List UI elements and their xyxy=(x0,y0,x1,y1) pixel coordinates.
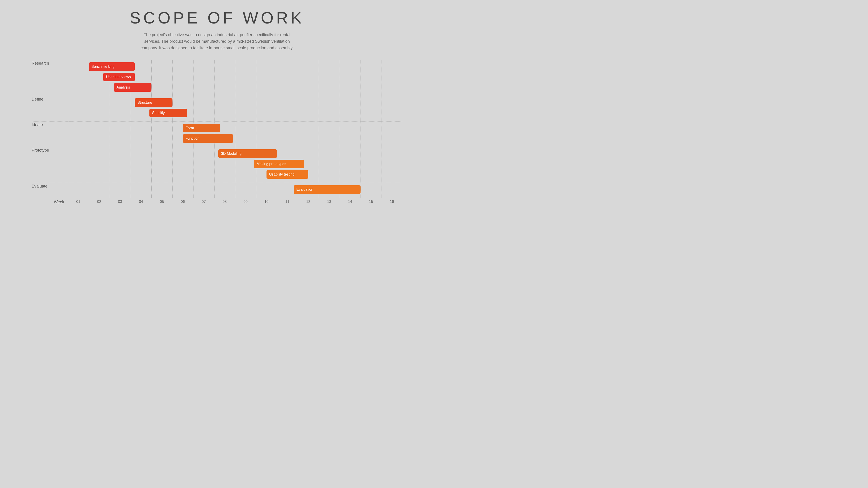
phase-name-1: Define xyxy=(32,97,43,102)
gantt-bar-0-0: Benchmarking xyxy=(89,62,135,71)
week-num: 01 xyxy=(68,200,89,204)
week-num: 09 xyxy=(235,200,256,204)
week-num: 07 xyxy=(193,200,214,204)
week-num: 11 xyxy=(277,200,298,204)
phase-block-2: FormFunction xyxy=(68,122,402,147)
gantt-bar-3-0: 3D-Modeling xyxy=(218,149,277,158)
gantt-bar-1-1: Specifiy xyxy=(149,109,187,117)
phase-label-4: Evaluate xyxy=(32,183,68,198)
rows-container: BenchmarkingUser interviewsAnalysisStruc… xyxy=(68,60,402,198)
bar-label-3-1: Making prototypes xyxy=(256,162,286,166)
page-title: SCOPE OF WORK xyxy=(130,8,304,27)
bar-label-3-0: 3D-Modeling xyxy=(221,152,242,156)
week-num: 15 xyxy=(361,200,381,204)
grid-area: BenchmarkingUser interviewsAnalysisStruc… xyxy=(68,60,402,198)
bar-label-0-2: Analysis xyxy=(117,86,130,90)
bar-label-2-0: Form xyxy=(186,126,194,130)
phase-block-3: 3D-ModelingMaking prototypesUsability te… xyxy=(68,147,402,183)
week-labels: 01020304050607080910111213141516 xyxy=(68,200,402,204)
bar-label-4-0: Evaluation xyxy=(296,188,313,192)
phase-label-3: Prototype xyxy=(32,147,68,183)
chart-area: ResearchDefineIdeatePrototypeEvaluate Be… xyxy=(32,60,402,204)
phase-block-0: BenchmarkingUser interviewsAnalysis xyxy=(68,60,402,96)
gantt-bar-0-1: User interviews xyxy=(103,73,135,81)
phase-name-2: Ideate xyxy=(32,123,43,127)
bar-label-2-1: Function xyxy=(186,136,199,140)
subtitle: The project's objective was to design an… xyxy=(138,32,296,51)
week-num: 12 xyxy=(298,200,319,204)
gantt-bar-2-1: Function xyxy=(183,134,233,143)
bar-label-0-0: Benchmarking xyxy=(92,65,115,69)
week-label: Week xyxy=(32,200,68,204)
week-num: 08 xyxy=(214,200,235,204)
week-num: 10 xyxy=(256,200,277,204)
phase-block-1: StructureSpecifiy xyxy=(68,96,402,121)
phase-label-1: Define xyxy=(32,96,68,121)
chart-container: ResearchDefineIdeatePrototypeEvaluate Be… xyxy=(32,60,402,204)
week-row: Week 01020304050607080910111213141516 xyxy=(32,200,402,204)
week-num: 16 xyxy=(381,200,403,204)
gantt-bar-0-2: Analysis xyxy=(114,83,152,92)
week-num: 03 xyxy=(110,200,131,204)
week-num: 04 xyxy=(131,200,152,204)
gantt-bar-3-2: Usability testing xyxy=(267,170,308,179)
phase-name-0: Research xyxy=(32,61,49,66)
gantt-bar-4-0: Evaluation xyxy=(293,185,361,194)
gantt-bar-3-1: Making prototypes xyxy=(254,160,304,168)
phase-label-0: Research xyxy=(32,60,68,96)
bar-label-3-2: Usability testing xyxy=(269,172,294,176)
bar-label-1-1: Specifiy xyxy=(152,111,165,115)
phase-block-4: Evaluation xyxy=(68,183,402,198)
week-num: 14 xyxy=(340,200,361,204)
gantt-bar-2-0: Form xyxy=(183,124,221,132)
week-num: 13 xyxy=(319,200,340,204)
y-labels: ResearchDefineIdeatePrototypeEvaluate xyxy=(32,60,68,198)
week-num: 05 xyxy=(151,200,173,204)
week-num: 06 xyxy=(173,200,193,204)
phase-label-2: Ideate xyxy=(32,122,68,147)
phase-name-4: Evaluate xyxy=(32,184,48,189)
gantt-bar-1-0: Structure xyxy=(135,98,173,107)
week-num: 02 xyxy=(89,200,110,204)
bar-label-0-1: User interviews xyxy=(106,75,131,79)
phase-name-3: Prototype xyxy=(32,148,49,153)
bar-label-1-0: Structure xyxy=(137,101,152,105)
